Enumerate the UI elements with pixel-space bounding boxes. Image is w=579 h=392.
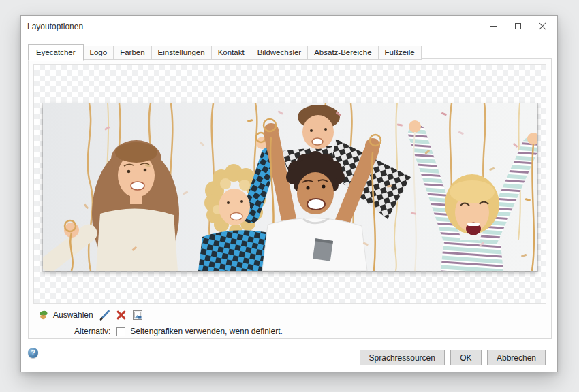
window-controls — [481, 18, 554, 34]
tab-farben[interactable]: Farben — [113, 46, 151, 60]
tab-eyecatcher[interactable]: Eyecatcher — [28, 44, 84, 61]
eyecatcher-panel: Auswählen — [28, 58, 552, 339]
tab-absatz-bereiche[interactable]: Absatz-Bereiche — [307, 46, 378, 60]
image-preview-area — [33, 64, 546, 304]
tab-einstellungen[interactable]: Einstellungen — [151, 46, 212, 60]
window-title: Layoutoptionen — [27, 22, 83, 31]
page-graphics-checkbox-label[interactable]: Seitengrafiken verwenden, wenn definiert… — [130, 327, 282, 336]
image-size-icon — [132, 310, 143, 321]
tab-kontakt[interactable]: Kontakt — [211, 46, 251, 60]
choose-image-icon — [37, 310, 49, 321]
language-resources-button[interactable]: Sprachressourcen — [360, 350, 445, 365]
ok-button[interactable]: OK — [450, 350, 482, 365]
help-icon[interactable]: ? — [28, 348, 38, 358]
edit-image-button[interactable] — [99, 310, 110, 321]
choose-image-label: Auswählen — [53, 310, 93, 320]
alternative-row: Alternativ: Seitengrafiken verwenden, we… — [74, 327, 551, 336]
close-icon — [538, 22, 546, 30]
layout-options-dialog: Layoutoptionen Eyecatcher Logo Farben Ei… — [20, 15, 558, 372]
paintbrush-icon — [99, 310, 110, 321]
page-graphics-checkbox[interactable] — [116, 327, 125, 336]
maximize-button[interactable] — [505, 18, 530, 34]
alternative-label: Alternativ: — [74, 327, 110, 336]
footer-buttons: Sprachressourcen OK Abbrechen — [360, 350, 546, 365]
choose-image-button[interactable]: Auswählen — [37, 310, 93, 321]
delete-icon — [116, 310, 126, 320]
delete-image-button[interactable] — [116, 310, 126, 320]
tab-strip: Eyecatcher Logo Farben Einstellungen Kon… — [28, 44, 421, 60]
tab-logo[interactable]: Logo — [83, 46, 114, 60]
tab-bildwechsler[interactable]: Bildwechsler — [251, 46, 309, 60]
image-toolbar: Auswählen — [37, 310, 551, 321]
dialog-footer: ? Sprachressourcen OK Abbrechen — [21, 342, 557, 372]
close-button[interactable] — [530, 18, 554, 34]
cancel-button[interactable]: Abbrechen — [487, 350, 546, 365]
minimize-button[interactable] — [481, 18, 505, 34]
maximize-icon — [515, 23, 521, 29]
eyecatcher-photo — [43, 103, 537, 271]
tab-fusszeile[interactable]: Fußzeile — [378, 46, 422, 60]
image-size-button[interactable] — [132, 310, 143, 321]
minimize-icon — [490, 26, 497, 27]
titlebar: Layoutoptionen — [21, 16, 557, 36]
